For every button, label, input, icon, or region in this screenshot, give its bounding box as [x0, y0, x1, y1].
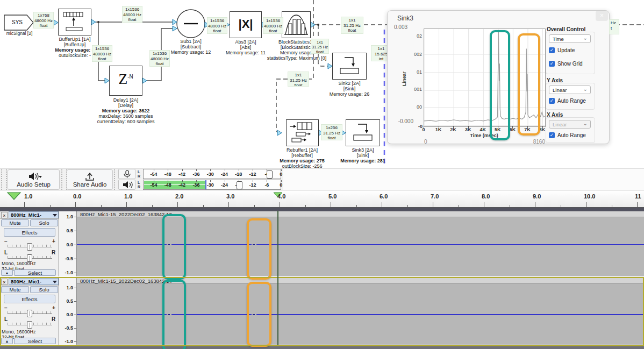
teal-highlight-plot: [490, 30, 510, 140]
track2-name[interactable]: 800Hz_Mic1-: [9, 278, 59, 285]
time-dropdown[interactable]: Time⌄: [549, 34, 591, 43]
ruler-minor-tick: [203, 205, 204, 207]
amplitude-scale-tick: [74, 288, 76, 288]
show-grid-checkbox[interactable]: ✓: [549, 61, 555, 67]
y-auto-range-checkbox[interactable]: ✓: [549, 98, 555, 104]
audacity-toolbar: Audio Setup Share Audio L R L R: [0, 168, 644, 190]
track2-solo-button[interactable]: Solo: [30, 286, 58, 293]
signal-label-1x1536: 1x153648000 Hzfloat: [149, 50, 170, 67]
meter-scale-label: -6: [261, 182, 272, 188]
track2-effects-button[interactable]: Effects: [4, 295, 55, 303]
playback-volume-slider[interactable]: [237, 181, 242, 189]
track1-mute-button[interactable]: Mute: [1, 219, 29, 226]
teal-highlight-track2: [162, 280, 186, 349]
speaker-icon: [26, 172, 42, 181]
audio-setup-button[interactable]: Audio Setup: [8, 169, 60, 190]
track1-collapse-button[interactable]: ▲: [1, 269, 13, 276]
plot-x-tick-mark: [439, 126, 439, 128]
track2-collapse-button[interactable]: ▲: [1, 338, 13, 344]
ruler-minor-tick: [305, 205, 306, 207]
plot-x-tick-mark: [424, 126, 424, 128]
close-icon[interactable]: ×: [596, 11, 608, 21]
track2-clip-title[interactable]: 800Hz_Mic1-15_2022Dec02_163842 14: [77, 278, 644, 284]
plot-xmax: 8160: [525, 139, 545, 145]
pan-slider-thumb[interactable]: [27, 321, 32, 329]
blockstatistics-block[interactable]: [282, 11, 311, 38]
playback-meter-button[interactable]: [118, 180, 135, 190]
track2-close-icon[interactable]: ×: [1, 279, 8, 285]
meter-scale-tick: [182, 169, 183, 171]
audio-setup-label: Audio Setup: [8, 181, 59, 188]
rebuffer-block[interactable]: [286, 119, 319, 146]
track1-control-panel: × 800Hz_Mic1- Mute Solo Effects − + L R …: [0, 211, 59, 276]
pan-left-label: L: [4, 316, 8, 322]
track1-clip-title[interactable]: 800Hz_Mic1-15_2022Dec02_163842 13: [77, 211, 644, 217]
track1-select-button[interactable]: Select: [14, 269, 56, 276]
track1-close-icon[interactable]: ×: [1, 212, 8, 218]
pan-right-label: R: [52, 316, 55, 322]
amplitude-scale-label: -0.5: [59, 256, 73, 261]
track2-select-button[interactable]: Select: [14, 338, 56, 344]
ruler-time-label: 2.0: [175, 193, 183, 200]
meter-scale-tick: [196, 169, 197, 171]
ruler-time-label: 9.0: [533, 193, 541, 200]
amplitude-scale-label: 0.0: [59, 242, 73, 247]
share-audio-button[interactable]: Share Audio: [67, 169, 113, 190]
ruler-major-tick: [637, 202, 638, 207]
ruler-time-label: 1.0: [124, 193, 132, 200]
x-scale-dropdown[interactable]: Linear⌄: [549, 120, 591, 129]
y-scale-dropdown[interactable]: Linear⌄: [549, 86, 591, 94]
gain-slider-thumb[interactable]: [27, 310, 32, 317]
sink-icon: [333, 53, 366, 79]
ruler-time-label: 3.0: [226, 193, 234, 200]
sink3-block[interactable]: [346, 119, 380, 146]
track1-amplitude-scale[interactable]: 1.00.50.0-0.5-1.0: [59, 211, 77, 276]
playhead-line[interactable]: [277, 211, 278, 345]
toolbar-grip[interactable]: [1, 169, 7, 190]
toolbar-empty-area: [283, 169, 644, 190]
ruler-time-label: 7.0: [431, 193, 439, 200]
ruler-minor-tick: [152, 205, 153, 207]
teal-highlight-track1: [162, 214, 186, 280]
ruler-time-label: 8.0: [482, 193, 490, 200]
chevron-down-icon: [39, 176, 42, 178]
gain-minus-label: −: [4, 305, 8, 311]
playback-meter[interactable]: -54-48-42-36-30-24-18-12-60: [143, 180, 281, 190]
gain-slider-thumb[interactable]: [27, 243, 32, 251]
meter-scale-label: -12: [247, 172, 258, 177]
delay-block[interactable]: Z-N: [109, 66, 142, 96]
recording-meter[interactable]: -54-48-42-36-30-24-18-12-60: [143, 169, 281, 179]
plot-x-tick-mark: [483, 126, 483, 128]
ruler-time-label: 1.0: [24, 193, 32, 200]
ruler-major-tick: [331, 202, 331, 207]
signal-label-1x1-3125: 1x131.25 Hzfloat: [311, 39, 329, 54]
track1-solo-button[interactable]: Solo: [30, 219, 58, 226]
plot-x-tick-mark: [453, 126, 454, 128]
track2-amplitude-scale[interactable]: 1.00.50.0-0.5-1.0: [59, 278, 77, 345]
record-meter-button[interactable]: [118, 169, 135, 179]
pan-left-label: L: [4, 250, 8, 255]
sink2-block[interactable]: [332, 53, 367, 80]
amplitude-scale-label: -0.5: [59, 325, 73, 331]
ruler-time-label: 0.0: [73, 193, 81, 200]
x-auto-range-checkbox[interactable]: ✓: [549, 132, 555, 138]
ruler-track-separator: [0, 208, 644, 211]
meter-scale-tick: [154, 169, 154, 171]
plot-y-tick-label: 02: [404, 33, 422, 39]
recording-volume-slider[interactable]: [267, 170, 273, 179]
bufferup-block[interactable]: [58, 9, 91, 35]
abs-block[interactable]: |X|: [230, 11, 262, 38]
screen: SYS micSignal [2] BufferUp1 [1A] [Buffer…: [0, 0, 644, 349]
gain-minus-label: −: [4, 238, 8, 244]
timeline-ruler[interactable]: 1.00.01.02.03.04.05.06.07.08.09.010.011: [0, 191, 644, 208]
meter-scale-tick: [196, 180, 197, 182]
share-upload-icon: [84, 172, 96, 181]
update-checkbox[interactable]: ✓: [549, 47, 555, 53]
track1-effects-button[interactable]: Effects: [4, 228, 55, 237]
abs-icon: |X|: [230, 17, 261, 31]
ruler-time-label: 5.0: [328, 193, 337, 200]
track2-mute-button[interactable]: Mute: [1, 286, 29, 293]
signal-label-1x1536: 1x153648000 Hzfloat: [122, 6, 142, 23]
track1-name[interactable]: 800Hz_Mic1-: [9, 211, 59, 218]
record-meter-R: R: [138, 174, 140, 179]
